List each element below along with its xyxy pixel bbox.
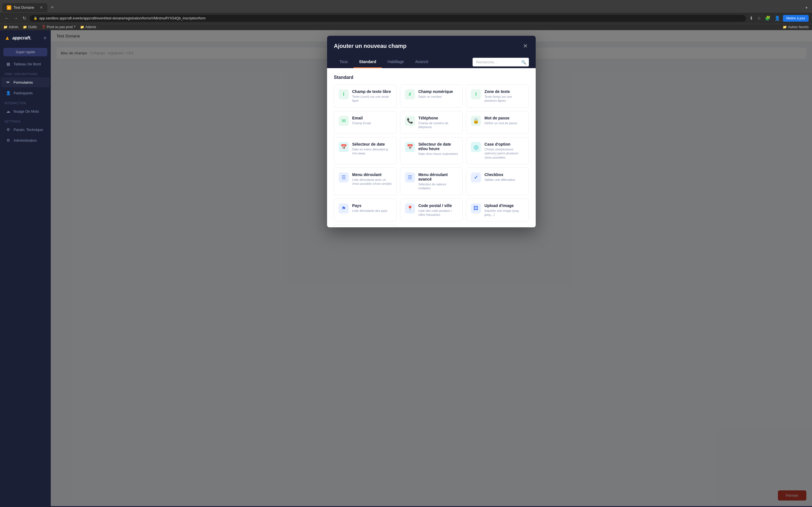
- field-icon-checkbox: ✓: [471, 172, 481, 182]
- sidebar-item-param-technique[interactable]: ⚙ Param. Technique: [1, 124, 50, 135]
- sidebar-item-nuage-de-mots[interactable]: ☁ Nuage De Mots: [1, 106, 50, 116]
- modal-overlay: Ajouter un nouveau champ ✕ Tous Standard…: [51, 30, 812, 506]
- new-tab-button[interactable]: +: [49, 2, 56, 13]
- upload-fichier-partial: 📄 Upload de fichier: [334, 225, 529, 227]
- url-bar[interactable]: 🔒 app.sandbox.appcraft.events/appcraft/e…: [30, 15, 746, 22]
- field-card-selecteur-date[interactable]: 📅 Sélecteur de date Date en menu déroula…: [334, 137, 397, 164]
- sidebar-item-nuage-label: Nuage De Mots: [13, 109, 39, 114]
- gear-icon: ⚙: [6, 127, 11, 132]
- tab-close-button[interactable]: ✕: [40, 5, 43, 10]
- fields-grid: I Champ de texte libre Texte (court) sur…: [334, 84, 529, 221]
- bookmark-icon[interactable]: ☆: [756, 14, 762, 22]
- sidebar-item-participants[interactable]: 👤 Participants: [1, 88, 50, 98]
- sidebar-item-participants-label: Participants: [13, 91, 33, 95]
- sidebar-item-administration[interactable]: ⚙ Administration: [1, 135, 50, 145]
- forward-button[interactable]: →: [12, 15, 19, 22]
- field-desc: Définir un mot de passe: [485, 121, 524, 125]
- back-button[interactable]: ←: [3, 15, 10, 22]
- field-card-code-postal[interactable]: 📍 Code postal / ville Liste des code pos…: [400, 199, 463, 222]
- field-desc: Date et/ou heure (calendrier): [418, 152, 458, 156]
- field-name: Menu déroulant: [352, 172, 392, 177]
- field-icon-lock: 🔒: [471, 116, 481, 126]
- main-content: Test Doriane Bloc de champs 0 champs · r…: [51, 30, 812, 506]
- edit-icon: ✏: [6, 80, 11, 84]
- bookmark-outils[interactable]: 📁 Outils: [23, 25, 37, 29]
- sidebar-logo: ▲ appcraft. ≡: [0, 30, 51, 46]
- question-icon: ❓: [42, 25, 46, 29]
- download-icon[interactable]: ⬇: [748, 14, 754, 22]
- dashboard-icon: ▦: [6, 62, 11, 66]
- field-card-email[interactable]: ✉ Email Champ Email: [334, 111, 397, 134]
- field-card-upload-fichier[interactable]: 📄 Upload de fichier: [334, 225, 396, 227]
- modal-search: 🔍: [472, 58, 529, 66]
- tab-standard[interactable]: Standard: [354, 56, 382, 68]
- field-card-mot-de-passe[interactable]: 🔒 Mot de passe Définir un mot de passe: [466, 111, 529, 134]
- sidebar-item-formulaires[interactable]: ✏ Formulaires: [1, 77, 50, 87]
- modal-close-button[interactable]: ✕: [522, 41, 529, 50]
- tab-menu-button[interactable]: ▾: [803, 4, 810, 11]
- field-desc: Saisir un nombre: [418, 95, 458, 99]
- folder-icon: 📁: [783, 25, 787, 29]
- sidebar: ▲ appcraft. ≡ Super rapide ▦ Tableau De …: [0, 30, 51, 506]
- field-card-menu-deroulant-avance[interactable]: ☰ Menu déroulant avancé Sélection de val…: [400, 168, 463, 195]
- tab-favicon: ▲: [7, 5, 11, 10]
- sidebar-item-label: Tableau De Bord: [13, 62, 41, 66]
- field-name: Email: [352, 116, 392, 120]
- field-card-telephone[interactable]: 📞 Téléphone Champ de numéro de téléphone: [400, 111, 463, 134]
- tab-habillage[interactable]: Habillage: [382, 56, 409, 68]
- tab-avance[interactable]: Avancé: [410, 56, 434, 68]
- field-icon-multiselect: ☰: [405, 172, 415, 182]
- field-name: Sélecteur de date: [352, 142, 392, 147]
- reload-button[interactable]: ↻: [21, 14, 28, 22]
- sidebar-item-tableau-de-bord[interactable]: ▦ Tableau De Bord: [1, 59, 50, 69]
- profile-icon[interactable]: 👤: [773, 14, 781, 22]
- extensions-icon[interactable]: 🧩: [764, 14, 772, 22]
- sidebar-item-administration-label: Administration: [13, 138, 37, 143]
- search-input[interactable]: [472, 58, 529, 66]
- active-tab[interactable]: ▲ Test Doriane ✕: [2, 3, 47, 12]
- field-icon-calendar: 📅: [339, 142, 349, 152]
- field-card-zone-de-texte[interactable]: I Zone de texte Texte (long) sur une plu…: [466, 84, 529, 108]
- field-desc: Sélection de valeurs multiples: [418, 182, 458, 190]
- modal-body: Standard I Champ de texte libre Texte (c…: [327, 68, 536, 227]
- field-name: Champ de texte libre: [352, 89, 392, 94]
- tab-tous[interactable]: Tous: [334, 56, 354, 68]
- field-name: Téléphone: [418, 116, 458, 120]
- field-icon-location: 📍: [405, 203, 415, 214]
- modal-tabs-left: Tous Standard Habillage Avancé: [334, 56, 434, 68]
- field-icon-hash: #: [405, 89, 415, 100]
- field-desc: Choisir une/plusieurs option(s) parmi pl…: [485, 147, 524, 159]
- field-name: Pays: [352, 203, 392, 208]
- browser-actions: ⬇ ☆ 🧩 👤 Mettre à jour: [748, 14, 809, 22]
- field-name: Zone de texte: [485, 89, 524, 94]
- quick-action-button[interactable]: Super rapide: [3, 48, 47, 56]
- field-card-champ-numerique[interactable]: # Champ numérique Saisir un nombre: [400, 84, 463, 108]
- other-favorites[interactable]: 📁 Autres favoris: [783, 25, 809, 29]
- field-card-upload-image[interactable]: 🖼 Upload d'image Importer une image (png…: [466, 199, 529, 222]
- add-field-modal: Ajouter un nouveau champ ✕ Tous Standard…: [327, 36, 536, 227]
- field-icon-flag: ⚑: [339, 203, 349, 214]
- field-icon-zone: I: [471, 89, 481, 100]
- field-name: Checkbox: [485, 172, 524, 177]
- field-icon-radio: ◎: [471, 142, 481, 152]
- field-card-champ-texte-libre[interactable]: I Champ de texte libre Texte (court) sur…: [334, 84, 397, 108]
- field-desc: Liste déroulante des pays: [352, 209, 392, 213]
- field-desc: Texte (long) sur une plusieurs lignes: [485, 95, 524, 103]
- folder-icon: 📁: [80, 25, 84, 29]
- field-desc: Liste déroulante avec un choix possible …: [352, 178, 392, 186]
- browser-chrome: ▲ Test Doriane ✕ + ▾ ← → ↻ 🔒 app.sandbox…: [0, 0, 812, 30]
- field-card-selecteur-date-heure[interactable]: 📅 Sélecteur de date et/ou heure Date et/…: [400, 137, 463, 164]
- app-wrapper: ▲ appcraft. ≡ Super rapide ▦ Tableau De …: [0, 30, 812, 506]
- field-name: Sélecteur de date et/ou heure: [418, 142, 458, 151]
- field-card-case-option[interactable]: ◎ Case d'option Choisir une/plusieurs op…: [466, 137, 529, 164]
- bookmark-admin[interactable]: 📁 Admin: [3, 25, 18, 29]
- bookmark-prod[interactable]: ❓ Prod ou pas prod ?: [42, 25, 75, 29]
- field-card-checkbox[interactable]: ✓ Checkbox Valider une affirmation: [466, 168, 529, 195]
- bookmark-ademe[interactable]: 📁 Ademe: [80, 25, 96, 29]
- bookmark-admin-label: Admin: [9, 25, 18, 29]
- field-card-pays[interactable]: ⚑ Pays Liste déroulante des pays: [334, 199, 397, 222]
- bookmark-prod-label: Prod ou pas prod ?: [47, 25, 75, 29]
- update-button[interactable]: Mettre à jour: [783, 15, 809, 22]
- field-card-menu-deroulant[interactable]: ☰ Menu déroulant Liste déroulante avec u…: [334, 168, 397, 195]
- hamburger-icon[interactable]: ≡: [44, 36, 46, 41]
